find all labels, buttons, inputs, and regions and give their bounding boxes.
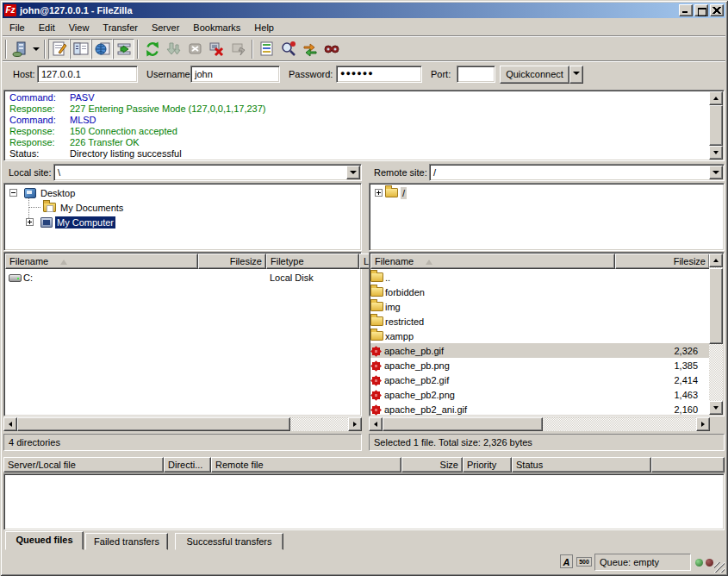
scroll-up-button[interactable] — [709, 254, 723, 267]
filter-button[interactable] — [256, 39, 277, 59]
reconnect-button[interactable] — [227, 39, 249, 59]
refresh-button[interactable] — [141, 39, 163, 59]
menu-edit[interactable]: Edit — [32, 21, 62, 34]
menu-help[interactable]: Help — [247, 21, 281, 34]
remote-file-row[interactable]: .. — [370, 270, 709, 285]
log-scrollbar[interactable] — [708, 91, 723, 160]
cancel-button[interactable] — [184, 39, 206, 59]
remote-file-row[interactable]: xampp — [370, 329, 709, 343]
tree-item-desktop[interactable]: Desktop — [9, 185, 77, 200]
toggle-transfer-queue-button[interactable] — [113, 39, 134, 59]
bottom-status-bar: A 500 Queue: empty — [3, 552, 725, 573]
scroll-left-button[interactable] — [3, 417, 17, 431]
username-label: Username: — [146, 69, 193, 79]
remote-file-row[interactable]: apache_pb2_ani.gif2,160 — [370, 402, 709, 416]
menu-bookmarks[interactable]: Bookmarks — [186, 21, 247, 34]
remote-list-scrollbar[interactable] — [708, 254, 723, 415]
username-input[interactable]: john — [190, 66, 280, 83]
scroll-thumb[interactable] — [709, 268, 723, 344]
column-header-server-local-file[interactable]: Server/Local file — [3, 457, 164, 473]
remote-file-row[interactable]: apache_pb.png1,385 — [370, 358, 709, 373]
local-file-row[interactable]: C: Local Disk — [5, 270, 360, 285]
synchronized-browsing-icon — [302, 41, 319, 58]
column-header-filesize[interactable]: Filesize — [615, 254, 710, 269]
local-tree-icon — [72, 41, 90, 58]
toggle-local-tree-button[interactable] — [70, 39, 91, 59]
process-queue-button[interactable] — [163, 39, 184, 59]
toggle-message-log-button[interactable] — [48, 39, 70, 59]
tab-failed-transfers[interactable]: Failed transfers — [85, 533, 168, 550]
toggle-remote-tree-button[interactable] — [91, 39, 113, 59]
remote-file-row[interactable]: img — [370, 299, 709, 314]
column-header-priority[interactable]: Priority — [463, 457, 512, 473]
synchronized-browsing-button[interactable] — [299, 39, 320, 59]
scroll-thumb[interactable] — [383, 417, 543, 431]
scroll-right-button[interactable] — [696, 417, 710, 431]
minimize-button[interactable] — [679, 4, 693, 16]
tab-queued-files[interactable]: Queued files — [5, 531, 84, 550]
ascii-transfer-type-icon[interactable]: A — [560, 554, 573, 568]
log-line: Status:Directory listing successful — [6, 148, 708, 159]
maximize-button[interactable] — [694, 4, 708, 16]
close-button[interactable] — [710, 4, 724, 16]
column-header-filetype[interactable]: Filetype — [266, 254, 359, 269]
directory-comparison-button[interactable] — [277, 39, 299, 59]
local-tree: Desktop My Documents My Computer — [3, 183, 362, 251]
password-input[interactable]: ●●●●●● — [336, 66, 422, 83]
app-icon: Fz — [4, 4, 16, 16]
column-header-filesize[interactable]: Filesize — [198, 254, 266, 269]
find-files-button[interactable] — [320, 39, 342, 59]
column-header-direction[interactable]: Directi... — [164, 457, 211, 473]
local-site-combo[interactable]: \ — [53, 164, 362, 181]
remote-hscrollbar[interactable] — [369, 417, 710, 432]
scroll-up-button[interactable] — [709, 91, 723, 105]
toolbar-separator — [252, 40, 253, 59]
local-hscrollbar[interactable] — [3, 417, 362, 432]
remote-file-row[interactable]: apache_pb2.gif2,414 — [370, 373, 709, 387]
quickconnect-dropdown[interactable] — [569, 66, 583, 84]
menu-file[interactable]: File — [3, 21, 32, 34]
collapse-icon[interactable] — [9, 189, 17, 197]
combo-dropdown-button[interactable] — [709, 166, 723, 179]
remote-site-combo[interactable]: / — [429, 164, 725, 181]
column-header-size[interactable]: Size — [401, 457, 463, 473]
tree-item-root[interactable]: / — [375, 185, 407, 200]
message-log: Command:PASV Response:227 Entering Passi… — [3, 90, 725, 161]
scroll-thumb[interactable] — [709, 105, 723, 146]
folder-icon — [370, 302, 383, 311]
site-manager-button[interactable] — [9, 39, 31, 59]
scroll-down-button[interactable] — [709, 146, 723, 160]
quickconnect-button[interactable]: Quickconnect — [500, 66, 569, 84]
tree-item-my-documents[interactable]: My Documents — [40, 200, 125, 215]
speed-limits-icon[interactable]: 500 — [576, 557, 592, 567]
resize-grip[interactable] — [714, 562, 725, 573]
column-header-status[interactable]: Status — [512, 457, 651, 473]
column-header-filename[interactable]: Filename — [370, 254, 615, 269]
transfer-queue-list[interactable] — [3, 473, 725, 530]
remote-file-row[interactable]: restricted — [370, 314, 709, 329]
menu-transfer[interactable]: Transfer — [96, 21, 145, 34]
menu-server[interactable]: Server — [145, 21, 186, 34]
scroll-thumb[interactable] — [17, 417, 290, 431]
combo-dropdown-button[interactable] — [346, 166, 360, 179]
expand-icon[interactable] — [375, 189, 383, 197]
tree-item-my-computer[interactable]: My Computer — [26, 215, 115, 229]
column-header-filename[interactable]: Filename — [5, 254, 198, 269]
scroll-down-button[interactable] — [709, 401, 723, 415]
expand-icon[interactable] — [26, 218, 34, 226]
remote-status-bar: Selected 1 file. Total size: 2,326 bytes — [369, 434, 725, 451]
column-header-remote-file[interactable]: Remote file — [211, 457, 401, 473]
port-input[interactable] — [457, 66, 495, 83]
port-label: Port: — [431, 69, 451, 79]
column-header-empty — [651, 457, 725, 473]
disconnect-button[interactable] — [206, 39, 227, 59]
scroll-left-button[interactable] — [369, 417, 383, 431]
remote-file-row-selected[interactable]: apache_pb.gif2,326 — [370, 343, 709, 358]
menu-view[interactable]: View — [62, 21, 96, 34]
host-input[interactable]: 127.0.0.1 — [37, 66, 138, 83]
scroll-right-button[interactable] — [348, 417, 362, 431]
remote-file-row[interactable]: forbidden — [370, 285, 709, 299]
remote-file-row[interactable]: apache_pb2.png1,463 — [370, 387, 709, 402]
site-manager-dropdown[interactable] — [31, 39, 41, 59]
tab-successful-transfers[interactable]: Successful transfers — [175, 533, 283, 550]
